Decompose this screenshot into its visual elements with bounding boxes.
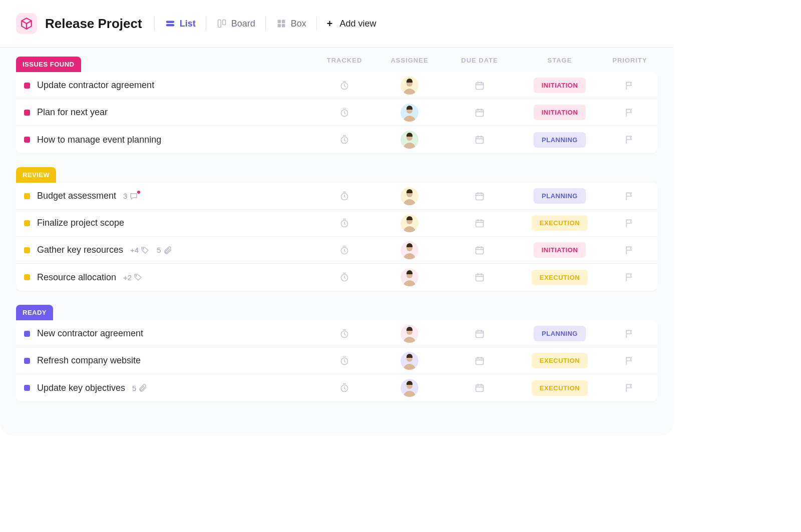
group-badge[interactable]: READY	[16, 305, 53, 320]
task-list: Update contractor agreementINITIATIONPla…	[16, 72, 657, 153]
priority-flag-icon[interactable]	[602, 108, 657, 118]
comments-count[interactable]: 3	[123, 192, 143, 201]
task-row[interactable]: Update key objectives5EXECUTION	[16, 374, 657, 401]
tracked-icon[interactable]	[312, 218, 377, 228]
due-date-icon[interactable]	[442, 272, 517, 282]
stage-cell[interactable]: EXECUTION	[517, 270, 602, 285]
assignee-avatar[interactable]	[377, 131, 442, 149]
column-priority: PRIORITY	[602, 57, 657, 72]
attachments-count[interactable]: 5	[132, 383, 147, 392]
tracked-icon[interactable]	[312, 356, 377, 366]
assignee-avatar[interactable]	[377, 379, 442, 397]
stage-pill: EXECUTION	[532, 270, 588, 285]
app-frame: Release Project List	[0, 0, 673, 435]
status-dot	[24, 137, 30, 143]
attachments-count[interactable]: 5	[157, 246, 172, 255]
tags-count[interactable]: +4	[130, 246, 150, 255]
task-row[interactable]: Update contractor agreementINITIATION	[16, 72, 657, 99]
task-title: Gather key resources	[37, 245, 123, 255]
group-badge[interactable]: ISSUES FOUND	[16, 57, 81, 72]
priority-flag-icon[interactable]	[602, 81, 657, 91]
status-dot	[24, 385, 30, 391]
svg-rect-45	[476, 358, 484, 364]
tracked-icon[interactable]	[312, 245, 377, 255]
tracked-icon[interactable]	[312, 108, 377, 118]
priority-flag-icon[interactable]	[602, 329, 657, 339]
task-row[interactable]: Finalize project scopeEXECUTION	[16, 210, 657, 237]
due-date-icon[interactable]	[442, 356, 517, 366]
column-tracked	[312, 305, 377, 320]
priority-flag-icon[interactable]	[602, 218, 657, 228]
view-tab-box[interactable]: Box	[266, 17, 316, 31]
due-date-icon[interactable]	[442, 383, 517, 393]
group-badge[interactable]: REVIEW	[16, 167, 56, 183]
assignee-avatar[interactable]	[377, 268, 442, 286]
task-title: Update key objectives	[37, 383, 125, 393]
stage-cell[interactable]: PLANNING	[517, 132, 602, 148]
group-ready: READYNew contractor agreementPLANNINGRef…	[16, 305, 657, 401]
status-dot	[24, 331, 30, 337]
priority-flag-icon[interactable]	[602, 135, 657, 145]
stage-cell[interactable]: PLANNING	[517, 326, 602, 341]
assignee-avatar[interactable]	[377, 214, 442, 232]
tracked-icon[interactable]	[312, 191, 377, 201]
assignee-avatar[interactable]	[377, 187, 442, 205]
svg-rect-19	[476, 137, 484, 143]
status-dot	[24, 220, 30, 226]
stage-cell[interactable]: INITIATION	[517, 105, 602, 120]
priority-flag-icon[interactable]	[602, 191, 657, 201]
list-icon	[165, 18, 176, 29]
column-due_date	[442, 305, 517, 320]
status-dot	[24, 274, 30, 280]
view-tab-label: Board	[231, 19, 255, 29]
assignee-avatar[interactable]	[377, 241, 442, 259]
add-view-button[interactable]: + Add view	[317, 17, 386, 31]
stage-cell[interactable]: EXECUTION	[517, 353, 602, 368]
due-date-icon[interactable]	[442, 135, 517, 145]
priority-flag-icon[interactable]	[602, 383, 657, 393]
tags-count[interactable]: +2	[123, 273, 143, 282]
task-row[interactable]: Resource allocation+2EXECUTION	[16, 264, 657, 291]
due-date-icon[interactable]	[442, 245, 517, 255]
column-priority	[602, 305, 657, 320]
due-date-icon[interactable]	[442, 108, 517, 118]
task-row[interactable]: New contractor agreementPLANNING	[16, 320, 657, 347]
stage-cell[interactable]: INITIATION	[517, 78, 602, 93]
tracked-icon[interactable]	[312, 135, 377, 145]
assignee-avatar[interactable]	[377, 352, 442, 370]
due-date-icon[interactable]	[442, 218, 517, 228]
view-tab-board[interactable]: Board	[206, 17, 265, 31]
due-date-icon[interactable]	[442, 191, 517, 201]
tracked-icon[interactable]	[312, 272, 377, 282]
task-row[interactable]: How to manage event planningPLANNING	[16, 126, 657, 153]
tracked-icon[interactable]	[312, 383, 377, 393]
svg-rect-11	[476, 83, 484, 89]
task-title: Budget assessment	[37, 191, 116, 201]
assignee-avatar[interactable]	[377, 77, 442, 95]
tracked-icon[interactable]	[312, 81, 377, 91]
priority-flag-icon[interactable]	[602, 245, 657, 255]
priority-flag-icon[interactable]	[602, 272, 657, 282]
assignee-avatar[interactable]	[377, 104, 442, 122]
view-tab-list[interactable]: List	[155, 17, 206, 31]
stage-cell[interactable]: INITIATION	[517, 242, 602, 258]
task-row[interactable]: Budget assessment3PLANNING	[16, 183, 657, 210]
task-row[interactable]: Refresh company websiteEXECUTION	[16, 347, 657, 374]
group-review: REVIEWBudget assessment3PLANNINGFinalize…	[16, 167, 657, 291]
task-title-cell: Finalize project scope	[24, 218, 312, 228]
stage-cell[interactable]: EXECUTION	[517, 215, 602, 231]
svg-rect-15	[476, 110, 484, 116]
stage-cell[interactable]: PLANNING	[517, 188, 602, 204]
priority-flag-icon[interactable]	[602, 356, 657, 366]
stage-cell[interactable]: EXECUTION	[517, 380, 602, 396]
svg-rect-37	[476, 274, 484, 281]
tracked-icon[interactable]	[312, 329, 377, 339]
task-row[interactable]: Gather key resources+45INITIATION	[16, 237, 657, 264]
task-title-cell: Refresh company website	[24, 355, 312, 366]
task-row[interactable]: Plan for next yearINITIATION	[16, 99, 657, 126]
assignee-avatar[interactable]	[377, 325, 442, 343]
view-tab-label: List	[180, 19, 196, 29]
due-date-icon[interactable]	[442, 329, 517, 339]
stage-pill: EXECUTION	[532, 380, 588, 396]
due-date-icon[interactable]	[442, 81, 517, 91]
